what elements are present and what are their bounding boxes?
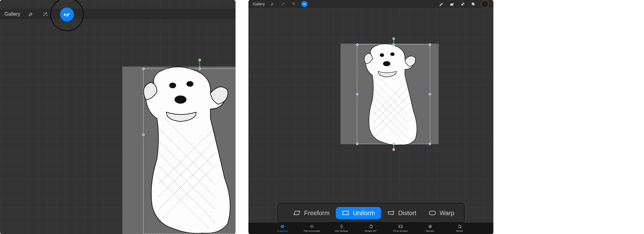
svg-point-14 (430, 226, 431, 227)
gallery-button[interactable]: Gallery (253, 2, 265, 6)
handle-left-mid[interactable] (142, 133, 145, 136)
svg-rect-10 (343, 211, 348, 215)
action-label: Snapping (277, 230, 288, 232)
bottom-anchor-line (393, 144, 394, 150)
handle-left-mid[interactable] (356, 93, 358, 95)
actions-wrench-icon[interactable] (27, 10, 35, 18)
action-flip-horizontal[interactable]: Flip Horizontal (303, 224, 321, 232)
mode-label: Distort (398, 210, 416, 217)
color-swatch[interactable] (481, 0, 489, 8)
action-label: Reset (456, 230, 463, 232)
mode-distort[interactable]: Distort (381, 207, 423, 219)
action-fit-to-screen[interactable]: Fit to Screen (391, 224, 410, 232)
selection-cursor-icon[interactable] (60, 8, 74, 21)
smudge-icon[interactable] (449, 1, 455, 7)
action-label: Flip Horizontal (304, 230, 320, 232)
transform-cursor-icon[interactable] (301, 1, 308, 7)
transform-bounding-box[interactable] (143, 68, 236, 234)
adjustments-wand-icon[interactable] (41, 10, 49, 18)
mode-uniform[interactable]: Uniform (336, 207, 381, 219)
action-label: Rotate 45° (365, 230, 377, 232)
action-label: Fit to Screen (393, 230, 408, 232)
action-flip-vertical[interactable]: Flip Vertical (332, 224, 351, 232)
handle-top-left[interactable] (356, 43, 358, 46)
rotation-handle[interactable] (198, 59, 201, 61)
handle-bottom-right[interactable] (429, 143, 431, 145)
rotation-handle[interactable] (392, 37, 395, 40)
handle-bottom-left[interactable] (356, 143, 358, 145)
action-snapping[interactable]: Snapping (273, 224, 292, 232)
layers-icon[interactable] (470, 1, 476, 7)
mode-label: Warp (440, 210, 454, 217)
action-label: Flip Vertical (335, 230, 348, 232)
adjustments-wand-icon[interactable] (280, 1, 286, 7)
mode-label: Uniform (353, 210, 375, 217)
handle-top-left[interactable] (142, 68, 145, 70)
action-reset[interactable]: Reset (450, 224, 469, 232)
selection-s-icon[interactable] (291, 1, 297, 7)
action-rotate-45[interactable]: Rotate 45° (362, 224, 380, 232)
handle-top-right[interactable] (429, 43, 431, 46)
handle-top-mid[interactable] (392, 43, 395, 46)
action-bicubic[interactable]: Bicubic (421, 224, 440, 232)
transform-action-strip: Snapping Flip Horizontal Flip Vertical R… (248, 223, 493, 234)
transform-bounding-box[interactable] (357, 44, 430, 144)
mode-warp[interactable]: Warp (423, 207, 461, 219)
eraser-icon[interactable] (459, 1, 466, 7)
svg-rect-6 (473, 3, 475, 5)
handle-right-mid[interactable] (429, 93, 431, 95)
top-toolbar: Gallery (248, 0, 493, 8)
screenshot-left: Gallery (0, 0, 236, 234)
actions-wrench-icon[interactable] (269, 1, 275, 7)
gallery-button[interactable]: Gallery (4, 11, 20, 17)
transform-mode-panel: Freeform Uniform Distort Warp (277, 203, 464, 223)
svg-point-1 (47, 15, 47, 15)
mode-label: Freeform (304, 210, 330, 217)
svg-point-0 (44, 13, 44, 13)
action-label: Bicubic (426, 230, 434, 232)
top-toolbar: Gallery (0, 9, 236, 19)
screenshot-right: Gallery (248, 0, 493, 234)
brush-icon[interactable] (438, 1, 444, 7)
mode-freeform[interactable]: Freeform (287, 207, 336, 219)
handle-top-mid[interactable] (198, 68, 201, 70)
